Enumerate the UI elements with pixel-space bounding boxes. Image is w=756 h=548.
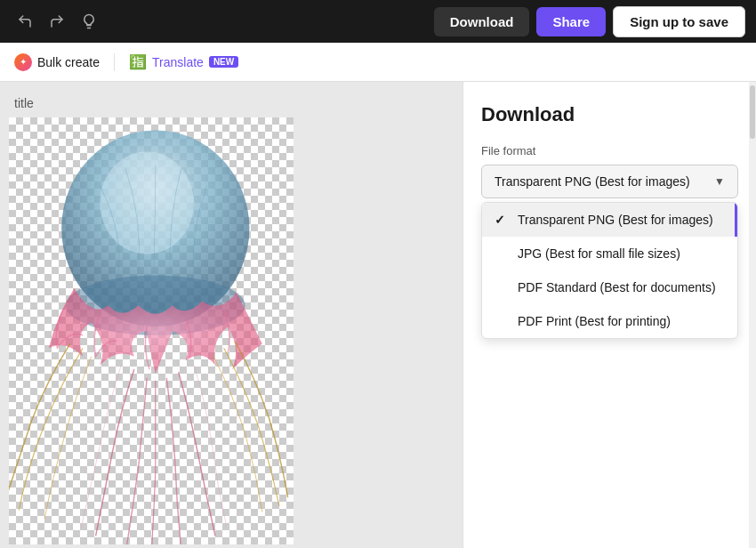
svg-point-1	[100, 151, 194, 254]
translate-label: Translate	[152, 55, 204, 69]
option-label-1: JPG (Best for small file sizes)	[518, 246, 680, 261]
option-label-0: Transparent PNG (Best for images)	[518, 213, 713, 227]
translate-icon: 🈯	[129, 53, 147, 70]
panel-title: Download	[481, 103, 738, 126]
topbar: Download Share Sign up to save	[0, 0, 756, 43]
selected-option-text: Transparent PNG (Best for images)	[495, 174, 690, 189]
separator	[114, 53, 115, 71]
canvas-image-area	[9, 117, 294, 544]
option-pdf-print[interactable]: PDF Print (Best for printing)	[482, 304, 737, 338]
check-icon: ✓	[495, 213, 509, 227]
canvas-area[interactable]: title	[0, 82, 462, 548]
dropdown-arrow-icon: ▼	[714, 175, 725, 188]
main: title	[0, 82, 756, 548]
option-label-3: PDF Print (Best for printing)	[518, 314, 671, 328]
scrollbar-thumb[interactable]	[750, 85, 755, 139]
panel-fade	[463, 512, 756, 548]
file-format-label: File format	[481, 144, 738, 157]
jellyfish-image	[9, 117, 294, 544]
bulk-create-button[interactable]: ✦ Bulk create	[14, 53, 100, 71]
signup-button[interactable]: Sign up to save	[613, 6, 745, 37]
download-button[interactable]: Download	[434, 7, 530, 36]
download-panel: Download File format Transparent PNG (Be…	[462, 82, 756, 548]
format-dropdown-container: Transparent PNG (Best for images) ▼ ✓ Tr…	[481, 165, 738, 339]
topbar-left	[11, 7, 110, 36]
canvas-title: title	[14, 96, 34, 110]
option-transparent-png[interactable]: ✓ Transparent PNG (Best for images)	[482, 203, 737, 237]
option-jpg[interactable]: JPG (Best for small file sizes)	[482, 237, 737, 270]
redo-button[interactable]	[43, 7, 71, 36]
lightbulb-button[interactable]	[75, 7, 103, 36]
bulk-create-label: Bulk create	[37, 55, 100, 69]
panel-scrollbar[interactable]	[749, 82, 756, 548]
format-dropdown-options: ✓ Transparent PNG (Best for images) JPG …	[481, 202, 738, 339]
option-pdf-standard[interactable]: PDF Standard (Best for documents)	[482, 270, 737, 304]
bulk-create-icon: ✦	[14, 53, 32, 71]
share-button[interactable]: Share	[536, 7, 606, 36]
format-dropdown-selected[interactable]: Transparent PNG (Best for images) ▼	[481, 165, 738, 198]
topbar-icons	[11, 7, 103, 36]
new-badge: NEW	[209, 56, 238, 68]
option-label-2: PDF Standard (Best for documents)	[518, 280, 716, 294]
secondbar: ✦ Bulk create 🈯 Translate NEW	[0, 43, 756, 82]
translate-button[interactable]: 🈯 Translate NEW	[129, 53, 238, 70]
undo-button[interactable]	[11, 7, 39, 36]
